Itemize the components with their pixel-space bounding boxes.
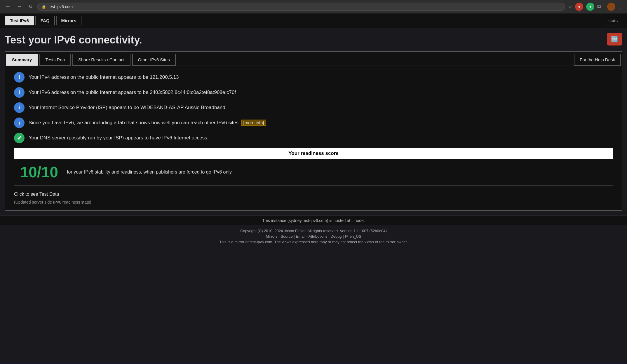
footer-link-source[interactable]: Source [281,234,292,239]
tab-bar: Summary Tests Run Share Results / Contac… [5,52,622,66]
info-text-tab: Since you have IPv6, we are including a … [29,120,266,126]
reload-button[interactable]: ↻ [27,3,34,10]
bookmark-icon[interactable]: ☆ [568,4,572,9]
info-icon-2: i [14,87,25,98]
info-row-dns: ✔ Your DNS server (possibly run by your … [14,133,613,143]
check-icon: ✔ [14,133,25,143]
footer-link-debug[interactable]: Debug [330,234,342,239]
main-content-box: Summary Tests Run Share Results / Contac… [5,51,622,211]
back-button[interactable]: ← [4,2,12,11]
info-text-dns: Your DNS server (possibly run by your IS… [29,135,208,141]
site-footer: Copyright (C) 2010, 2024 Jason Fesler. A… [0,225,627,249]
score-value: 10/10 [20,163,58,181]
score-description: for your IPv6 stability and readiness, w… [67,169,232,175]
info-row-isp: i Your Internet Service Provider (ISP) a… [14,102,613,113]
extension-red[interactable]: ● [575,3,583,11]
profile-avatar[interactable] [607,3,615,11]
site-nav: Test IPv6 FAQ Mirrors stats [0,13,627,28]
score-body: 10/10 for your IPv6 stability and readin… [14,159,613,186]
click-test-prefix: Click to see [14,192,39,197]
stats-button[interactable]: stats [604,16,622,25]
footer-link-email[interactable]: Email [296,234,305,239]
info-text-isp: Your Internet Service Provider (ISP) app… [29,105,225,111]
tab-other-ipv6[interactable]: Other IPv6 Sites [132,54,176,66]
footer-copyright: Copyright (C) 2010, 2024 Jason Fesler. A… [4,229,623,233]
info-row-ipv4: i Your IPv4 address on the public Intern… [14,72,613,83]
score-header: Your readiness score [14,148,613,159]
footer-links: Mirrors | Source | Email - Attributions … [4,234,623,239]
footer-link-attributions[interactable]: Attributions [309,234,328,239]
nav-tab-test[interactable]: Test IPv6 [5,16,34,25]
translate-button[interactable]: 🔤 [607,33,622,46]
extension-green[interactable]: ● [586,3,594,11]
page-title: Test your IPv6 connectivity. [5,34,622,46]
nav-tabs: Test IPv6 FAQ Mirrors [5,16,81,25]
info-icon-3: i [14,102,25,113]
forward-button[interactable]: → [15,2,24,11]
tab-tests-run[interactable]: Tests Run [39,54,71,66]
instance-footer: This instance (sydney.test-ipv6.com) is … [0,216,627,225]
info-icon-1: i [14,72,25,83]
extensions-icon[interactable]: ⧉ [597,4,601,10]
test-data-area: Click to see Test Data [14,192,613,197]
browser-menu-icon[interactable]: ⋮ [618,4,623,10]
summary-content: i Your IPv4 address on the public Intern… [5,66,622,210]
tab-summary[interactable]: Summary [6,54,38,66]
separator [604,4,604,10]
address-bar[interactable]: 🔒 test-ipv6.com [37,3,565,11]
nav-tab-faq[interactable]: FAQ [35,16,55,25]
nav-tab-mirrors[interactable]: Mirrors [56,16,82,25]
security-icon: 🔒 [41,4,46,9]
updated-text: (Updated server side IPv6 readiness stat… [14,200,613,204]
url-text: test-ipv6.com [48,4,73,9]
tab-share-results[interactable]: Share Results / Contact [72,54,130,66]
test-data-link[interactable]: Test Data [39,192,59,197]
info-row-ipv6: i Your IPv6 address on the public Intern… [14,87,613,98]
tab-help-desk[interactable]: For the Help Desk [574,54,621,66]
info-row-tab: i Since you have IPv6, we are including … [14,118,613,128]
footer-link-locale[interactable]: 🏳 en_US [345,234,361,239]
footer-bar-text: This instance (sydney.test-ipv6.com) is … [262,218,365,223]
info-text-ipv4: Your IPv4 address on the public Internet… [29,74,179,80]
footer-mirror-notice: This is a mirror of test-ipv6.com. The v… [4,240,623,244]
browser-chrome: ← → ↻ 🔒 test-ipv6.com ☆ ● ● ⧉ ⋮ [0,0,627,13]
info-icon-4: i [14,118,25,128]
footer-link-mirrors[interactable]: Mirrors [266,234,277,239]
page-content: Test IPv6 FAQ Mirrors stats Test your IP… [0,13,627,363]
info-text-ipv6: Your IPv6 address on the public Internet… [29,90,236,95]
readiness-score-box: Your readiness score 10/10 for your IPv6… [14,148,613,186]
heading-area: Test your IPv6 connectivity. 🔤 [0,28,627,49]
more-info-link[interactable]: [more info] [241,120,266,126]
